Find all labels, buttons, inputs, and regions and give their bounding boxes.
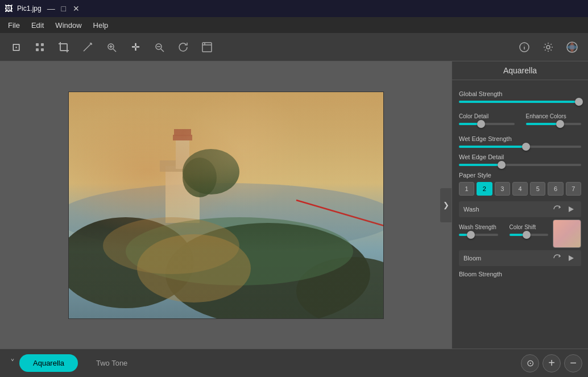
tab-aquarella[interactable]: Aquarella: [19, 354, 78, 372]
hand-tool-button[interactable]: ✛: [125, 37, 146, 57]
bloom-effect-row: Bloom: [459, 250, 581, 266]
effects-button[interactable]: [562, 37, 582, 57]
svg-rect-3: [41, 48, 44, 51]
wash-reset-icon[interactable]: [552, 204, 563, 215]
straighten-tool-button[interactable]: [77, 37, 98, 57]
toolbar-right: [514, 37, 582, 57]
svg-point-35: [183, 158, 217, 197]
tab-collapse-chevron[interactable]: ˅: [6, 355, 19, 371]
svg-rect-19: [202, 43, 212, 52]
svg-rect-27: [69, 92, 384, 319]
paper-btn-4[interactable]: 4: [512, 182, 528, 196]
wash-strength-ctrl: Wash Strength: [459, 219, 498, 242]
svg-rect-31: [176, 138, 189, 169]
color-shift-ctrl: Color Shift: [510, 219, 549, 242]
add-style-button[interactable]: +: [543, 354, 561, 372]
frame-tool-button[interactable]: ⊡: [6, 37, 26, 57]
right-panel: Aquarella Global Strength Color Detail: [452, 61, 588, 349]
svg-marker-45: [569, 255, 574, 261]
paper-style-label: Paper Style: [459, 172, 581, 179]
wet-edge-detail-slider[interactable]: [459, 164, 581, 166]
zoom-in-button[interactable]: [101, 37, 122, 57]
rotate-button[interactable]: [173, 37, 193, 57]
svg-rect-4: [60, 44, 67, 51]
settings-button[interactable]: [538, 37, 558, 57]
wash-color-swatch[interactable]: [553, 219, 581, 248]
bloom-label: Bloom: [463, 255, 549, 262]
info-button[interactable]: [514, 37, 535, 57]
canvas-image: [68, 92, 384, 319]
menu-help[interactable]: Help: [88, 19, 114, 32]
wash-color-row: Wash Strength Color Shift: [459, 219, 581, 248]
enhance-colors-slider[interactable]: [526, 123, 582, 125]
svg-rect-29: [165, 166, 200, 223]
crop-tool-button[interactable]: [53, 37, 74, 57]
tab-two-tone[interactable]: Two Tone: [82, 354, 141, 372]
export-button[interactable]: [197, 37, 217, 57]
main-layout: ❯ Aquarella Global Strength Color Detail: [0, 61, 588, 349]
titlebar-title: Pic1.jpg: [17, 5, 42, 13]
bloom-toggle-icon[interactable]: [565, 252, 577, 264]
wash-strength-label: Wash Strength: [459, 224, 498, 230]
svg-point-38: [296, 257, 384, 319]
style-action-button[interactable]: ⊙: [521, 354, 539, 372]
menu-edit[interactable]: Edit: [26, 19, 49, 32]
zoom-out-button[interactable]: [149, 37, 169, 57]
bottom-area: ˅ Aquarella Two Tone ⊙ + − ˂ Style 01 St…: [0, 349, 588, 377]
collapse-icon: ❯: [443, 201, 449, 209]
color-shift-slider[interactable]: [510, 234, 549, 236]
maximize-button[interactable]: □: [59, 3, 69, 14]
svg-point-37: [165, 223, 370, 319]
wash-effect-row: Wash: [459, 201, 581, 217]
svg-point-41: [137, 234, 251, 303]
close-button[interactable]: ✕: [71, 3, 81, 14]
wash-toggle-icon[interactable]: [565, 204, 577, 215]
wash-strength-slider[interactable]: [459, 234, 498, 236]
svg-point-34: [183, 149, 239, 194]
svg-rect-30: [160, 160, 205, 172]
menu-file[interactable]: File: [2, 19, 26, 32]
wet-edge-strength-slider[interactable]: [459, 146, 581, 148]
bloom-reset-icon[interactable]: [552, 252, 563, 264]
svg-point-24: [524, 44, 525, 45]
panel-content: Global Strength Color Detail Enhance Col…: [452, 80, 588, 349]
menu-window[interactable]: Window: [49, 19, 87, 32]
canvas-area: ❯: [0, 61, 452, 349]
svg-marker-44: [569, 206, 574, 212]
paper-btn-5[interactable]: 5: [530, 182, 545, 196]
titlebar: 🖼 Pic1.jpg — □ ✕: [0, 0, 588, 17]
remove-style-button[interactable]: −: [564, 354, 582, 372]
paper-btn-1[interactable]: 1: [459, 182, 474, 196]
color-detail-slider[interactable]: [459, 123, 515, 125]
toolbar: ⊡ ✛: [0, 33, 588, 61]
svg-line-17: [161, 49, 164, 52]
svg-line-9: [84, 43, 92, 51]
svg-rect-32: [173, 135, 192, 140]
svg-line-13: [113, 49, 116, 52]
svg-point-25: [546, 45, 550, 49]
move-tool-button[interactable]: [30, 37, 50, 57]
svg-point-39: [126, 217, 353, 285]
paper-btn-7[interactable]: 7: [566, 182, 581, 196]
paper-style-row: 1 2 3 4 5 6 7: [459, 182, 581, 196]
svg-point-36: [69, 217, 194, 308]
global-strength-slider[interactable]: [459, 101, 581, 103]
svg-point-40: [103, 217, 239, 274]
wash-sliders-row: Wash Strength Color Shift: [459, 219, 548, 242]
wash-label: Wash: [463, 206, 549, 213]
enhance-colors-label: Enhance Colors: [526, 113, 582, 119]
minimize-button[interactable]: —: [46, 3, 56, 14]
paper-btn-2[interactable]: 2: [477, 182, 492, 196]
svg-rect-0: [36, 43, 39, 46]
color-detail-ctrl: Color Detail: [459, 109, 515, 131]
tab-actions: ⊙ + −: [521, 354, 588, 372]
svg-point-28: [69, 183, 384, 251]
titlebar-app-icon: 🖼: [5, 4, 13, 13]
color-detail-label: Color Detail: [459, 113, 515, 119]
paper-btn-3[interactable]: 3: [495, 182, 510, 196]
tab-left: ˅: [0, 355, 19, 371]
enhance-colors-ctrl: Enhance Colors: [526, 109, 582, 131]
paper-btn-6[interactable]: 6: [548, 182, 563, 196]
wet-edge-strength-label: Wet Edge Strength: [459, 135, 581, 142]
collapse-panel-button[interactable]: ❯: [440, 188, 452, 222]
